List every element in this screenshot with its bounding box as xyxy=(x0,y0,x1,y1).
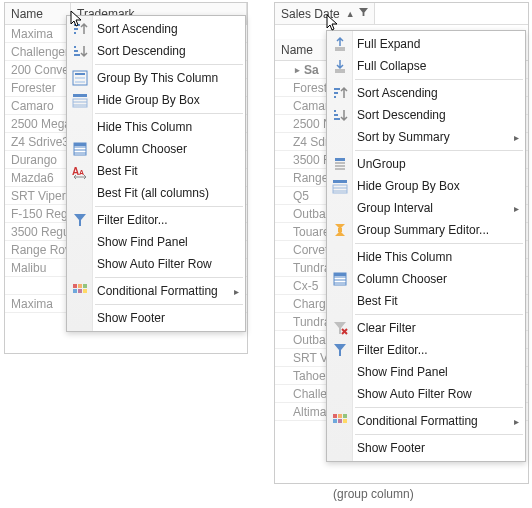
svg-rect-7 xyxy=(75,73,85,75)
menu-item-label: Show Auto Filter Row xyxy=(357,387,472,401)
menu-separator xyxy=(95,113,243,114)
menu-item-label: Filter Editor... xyxy=(97,213,168,227)
menu-item[interactable]: Group By This Column xyxy=(67,67,245,89)
menu-separator xyxy=(355,314,523,315)
right-column-headers: Sales Date ▲ xyxy=(275,3,528,25)
svg-rect-2 xyxy=(74,32,76,34)
svg-rect-3 xyxy=(74,46,76,48)
column-context-menu[interactable]: Sort AscendingSort DescendingGroup By Th… xyxy=(66,15,246,332)
filter-editor-icon xyxy=(331,341,349,359)
group-column-context-menu[interactable]: Full ExpandFull CollapseSort AscendingSo… xyxy=(326,30,526,462)
menu-item-label: Best Fit xyxy=(97,164,138,178)
submenu-caret-icon: ▸ xyxy=(234,286,239,297)
menu-item-label: Show Footer xyxy=(97,311,165,325)
svg-rect-31 xyxy=(334,88,340,90)
menu-item-label: Hide Group By Box xyxy=(357,179,460,193)
svg-rect-50 xyxy=(334,273,346,276)
svg-rect-11 xyxy=(73,99,87,107)
column-header-sales-date[interactable]: Sales Date ▲ xyxy=(275,3,375,24)
column-header-label: Name xyxy=(11,7,43,21)
menu-item[interactable]: Sort Descending xyxy=(327,104,525,126)
menu-item[interactable]: Show Find Panel xyxy=(67,231,245,253)
menu-item-label: Full Expand xyxy=(357,37,420,51)
hide-groupbox-icon xyxy=(71,91,89,109)
menu-item[interactable]: Hide This Column xyxy=(327,246,525,268)
blank-icon xyxy=(331,363,349,381)
menu-item-label: Sort Ascending xyxy=(357,86,438,100)
full-collapse-icon xyxy=(331,57,349,75)
svg-rect-8 xyxy=(75,77,85,79)
sort-asc-icon xyxy=(331,84,349,102)
menu-item-label: Column Chooser xyxy=(97,142,187,156)
menu-item[interactable]: Full Collapse xyxy=(327,55,525,77)
svg-rect-4 xyxy=(74,50,78,52)
blank-icon xyxy=(331,128,349,146)
menu-item-label: Group Interval xyxy=(357,201,433,215)
filter-icon[interactable] xyxy=(359,8,368,19)
menu-item[interactable]: Group Interval▸ xyxy=(327,197,525,219)
blank-icon xyxy=(331,292,349,310)
menu-item[interactable]: Full Expand xyxy=(327,33,525,55)
menu-item[interactable]: Sort Descending xyxy=(67,40,245,62)
cond-fmt-icon xyxy=(71,282,89,300)
menu-item-label: Full Collapse xyxy=(357,59,426,73)
menu-item[interactable]: Filter Editor... xyxy=(67,209,245,231)
menu-item-label: Best Fit xyxy=(357,294,398,308)
clear-filter-icon xyxy=(331,319,349,337)
menu-item[interactable]: Show Auto Filter Row xyxy=(67,253,245,275)
blank-icon xyxy=(71,309,89,327)
menu-separator xyxy=(355,243,523,244)
menu-item[interactable]: UnGroup xyxy=(327,153,525,175)
menu-item[interactable]: Group Summary Editor... xyxy=(327,219,525,241)
menu-item[interactable]: Show Find Panel xyxy=(327,361,525,383)
svg-rect-5 xyxy=(74,54,80,56)
column-header-name[interactable]: Name xyxy=(275,39,327,60)
menu-item[interactable]: Hide This Column xyxy=(67,116,245,138)
menu-item[interactable]: Sort Ascending xyxy=(67,18,245,40)
svg-rect-26 xyxy=(83,289,87,293)
ungroup-icon xyxy=(331,155,349,173)
menu-separator xyxy=(355,434,523,435)
svg-rect-1 xyxy=(74,28,78,30)
menu-item[interactable]: Show Footer xyxy=(67,307,245,329)
svg-rect-34 xyxy=(334,110,336,112)
menu-item[interactable]: Show Footer xyxy=(327,437,525,459)
menu-item[interactable]: Column Chooser xyxy=(67,138,245,160)
menu-item[interactable]: Clear Filter xyxy=(327,317,525,339)
menu-separator xyxy=(355,79,523,80)
column-chooser-icon xyxy=(71,140,89,158)
menu-item[interactable]: Best Fit (all columns) xyxy=(67,182,245,204)
filter-editor-icon xyxy=(71,211,89,229)
menu-item-label: Sort Descending xyxy=(97,44,186,58)
submenu-caret-icon: ▸ xyxy=(514,416,519,427)
menu-item[interactable]: Filter Editor... xyxy=(327,339,525,361)
menu-item[interactable]: Hide Group By Box xyxy=(327,175,525,197)
menu-item-label: Sort Descending xyxy=(357,108,446,122)
menu-item[interactable]: Conditional Formatting▸ xyxy=(67,280,245,302)
menu-item-label: Hide This Column xyxy=(357,250,452,264)
column-header-label: Name xyxy=(281,43,313,57)
submenu-caret-icon: ▸ xyxy=(514,203,519,214)
svg-rect-53 xyxy=(333,414,337,418)
menu-item-label: Column Chooser xyxy=(357,272,447,286)
menu-item[interactable]: Show Auto Filter Row xyxy=(327,383,525,405)
menu-item-label: Conditional Formatting xyxy=(97,284,218,298)
menu-item[interactable]: Sort by Summary▸ xyxy=(327,126,525,148)
svg-rect-42 xyxy=(333,185,347,193)
menu-item[interactable]: Hide Group By Box xyxy=(67,89,245,111)
menu-item[interactable]: Conditional Formatting▸ xyxy=(327,410,525,432)
blank-icon xyxy=(71,255,89,273)
menu-separator xyxy=(95,277,243,278)
menu-item[interactable]: Sort Ascending xyxy=(327,82,525,104)
menu-item[interactable]: Best Fit xyxy=(327,290,525,312)
menu-item-label: Sort Ascending xyxy=(97,22,178,36)
svg-rect-32 xyxy=(334,92,338,94)
menu-item[interactable]: Column Chooser xyxy=(327,268,525,290)
menu-item-label: Show Find Panel xyxy=(97,235,188,249)
blank-icon xyxy=(71,118,89,136)
svg-rect-24 xyxy=(73,289,77,293)
menu-item-label: Best Fit (all columns) xyxy=(97,186,209,200)
column-header-name[interactable]: Name xyxy=(5,3,71,24)
expand-caret-icon[interactable]: ▸ xyxy=(295,61,300,79)
menu-item[interactable]: AABest Fit xyxy=(67,160,245,182)
